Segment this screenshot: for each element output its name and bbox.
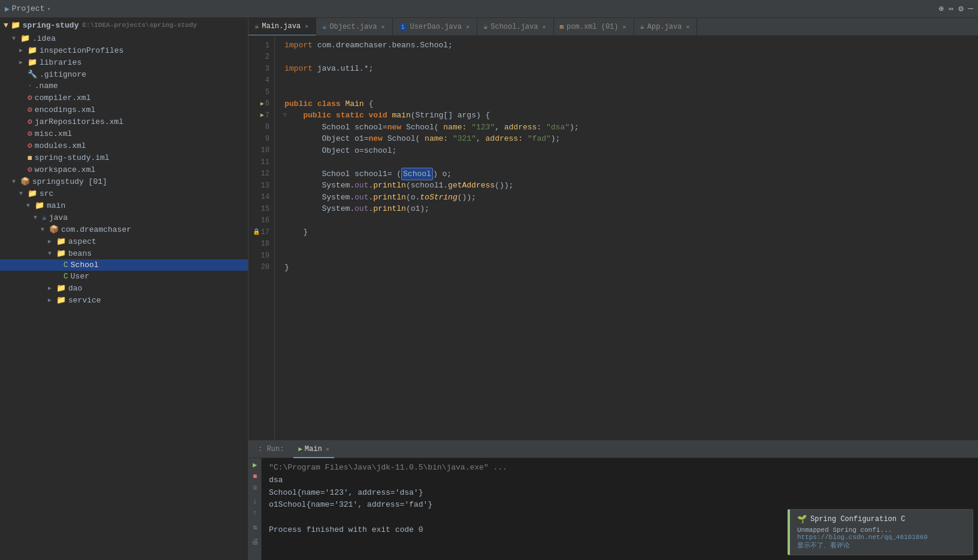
sidebar-item-modules[interactable]: ⚙ modules.xml [0, 140, 248, 152]
sidebar-item-user-class[interactable]: C User [0, 271, 248, 282]
sidebar-item-beans[interactable]: ▼ 📁 beans [0, 247, 248, 259]
sidebar-item-school-class[interactable]: C School [0, 259, 248, 271]
panel-icon-3[interactable]: ≡ [253, 484, 257, 492]
code-line-12: School school1= (School) o; [284, 168, 978, 180]
tab-main-java[interactable]: ☕ Main.java ✕ [249, 18, 316, 36]
split-icon[interactable]: ⇔ [949, 4, 953, 14]
tab-close-object[interactable]: ✕ [380, 23, 386, 31]
tab-label-object: Object.java [329, 23, 377, 31]
code-line-7: ▽ public static void main(String[] args)… [284, 110, 978, 122]
sidebar-item-service[interactable]: ▶ 📁 service [0, 294, 248, 306]
sidebar-item-label: workspace.xml [35, 165, 95, 174]
tab-icon-userdao: i [399, 23, 407, 31]
scroll-end-icon[interactable]: ↓ [253, 498, 257, 506]
bottom-tab-main-label: Main [305, 445, 322, 453]
project-label[interactable]: ▶ Project ▾ [5, 4, 50, 14]
title-bar: ▶ Project ▾ ⊕ ⇔ ⚙ — [0, 0, 978, 18]
code-line-5 [284, 86, 978, 98]
sidebar-item-label: modules.xml [35, 141, 86, 150]
sidebar-item-misc[interactable]: ⚙ misc.xml [0, 128, 248, 140]
sidebar-item-name[interactable]: · .name [0, 80, 248, 92]
spring-notification[interactable]: 🌱 Spring Configuration C Unmapped Spring… [788, 509, 973, 555]
console-line-1: dsa [269, 474, 971, 487]
tab-school-java[interactable]: ☕ School.java ✕ [477, 18, 553, 36]
tab-label-userdao: UserDao.java [410, 23, 462, 31]
sidebar-item-label: spring-study.iml [35, 153, 110, 162]
sidebar-item-src[interactable]: ▼ 📁 src [0, 187, 248, 199]
sidebar-item-java[interactable]: ▼ ☕ java [0, 211, 248, 223]
sidebar-item-com-dreamchaser[interactable]: ▼ 📦 com.dreamchaser [0, 223, 248, 235]
title-icons: ⊕ ⇔ ⚙ — [938, 4, 973, 14]
sidebar-item-label: .name [35, 81, 58, 90]
tab-userdao-java[interactable]: i UserDao.java ✕ [393, 18, 477, 36]
sidebar-item-label: src [40, 189, 53, 198]
sidebar-item-dao[interactable]: ▶ 📁 dao [0, 282, 248, 294]
sidebar-item-workspace[interactable]: ⚙ workspace.xml [0, 164, 248, 175]
settings-icon[interactable]: ⚙ [958, 4, 963, 14]
sidebar-item-label: com.dreamchaser [61, 225, 131, 234]
code-line-9: Object o1=new School( name: "321", addre… [284, 133, 978, 145]
tab-close-school[interactable]: ✕ [541, 23, 547, 31]
code-content[interactable]: import com.dreamchaser.beans.School; imp… [275, 36, 978, 440]
sidebar-item-label: java [49, 213, 68, 222]
sidebar-item-label: compiler.xml [35, 93, 91, 102]
stop-icon[interactable]: ■ [253, 473, 257, 481]
spring-notif-link2[interactable]: 显示不了、看评论 [797, 541, 965, 550]
sidebar-item-gitignore[interactable]: 🔧 .gitignore [0, 68, 248, 80]
run-panel-icons: ▶ ■ ≡ ↓ ↑ ⇅ 🖨 [249, 458, 262, 560]
code-line-20: } [284, 262, 978, 274]
tab-icon-object: ☕ [322, 22, 326, 31]
sidebar-item-aspect[interactable]: ▶ 📁 aspect [0, 235, 248, 247]
rerun-icon[interactable]: ▶ [253, 461, 257, 470]
print-icon[interactable]: 🖨 [252, 537, 259, 546]
bottom-tab-main[interactable]: ▶ Main ✕ [293, 441, 334, 458]
spring-notif-link[interactable]: https://blog.csdn.net/qq_46101869 [797, 534, 965, 541]
code-line-3: import java.util.*; [284, 63, 978, 75]
project-root[interactable]: ▼ 📁 spring-study E:\IDEA-projects\spring… [0, 18, 248, 32]
sidebar-item-label: misc.xml [35, 129, 72, 138]
console-line-cmd: "C:\Program Files\Java\jdk-11.0.5\bin\ja… [269, 462, 971, 474]
console-line-2: School{name='123', address='dsa'} [269, 487, 971, 500]
minimize-icon[interactable]: — [968, 4, 973, 14]
sidebar-item-label: beans [68, 249, 92, 258]
bottom-tab-close-main[interactable]: ✕ [326, 446, 329, 453]
tab-close-userdao[interactable]: ✕ [465, 23, 471, 31]
tab-pom-xml[interactable]: m pom.xml (01) ✕ [554, 18, 634, 36]
sidebar-item-compiler[interactable]: ⚙ compiler.xml [0, 92, 248, 104]
sidebar-item-label: service [68, 296, 101, 305]
sidebar-item-encodings[interactable]: ⚙ encodings.xml [0, 104, 248, 116]
tab-label-app: App.java [647, 23, 682, 31]
tab-icon-pom: m [560, 23, 564, 31]
code-line-1: import com.dreamchaser.beans.School; [284, 40, 978, 52]
scroll-up-icon[interactable]: ↑ [253, 509, 257, 517]
tab-object-java[interactable]: ☕ Object.java ✕ [316, 18, 392, 36]
sidebar-item-main[interactable]: ▼ 📁 main [0, 199, 248, 211]
code-editor[interactable]: 1 2 3 4 5 ▶6 ▶7 8 9 10 1 [249, 36, 978, 440]
sidebar-item-jarrepo[interactable]: ⚙ jarRepositories.xml [0, 116, 248, 128]
tab-label-pom: pom.xml (01) [567, 23, 618, 31]
tab-app-java[interactable]: ☕ App.java ✕ [634, 18, 698, 36]
sidebar-item-idea[interactable]: ▼ 📁 .idea [0, 32, 248, 44]
code-line-10: Object o=school; [284, 145, 978, 157]
bottom-tab-run[interactable]: : Run: [253, 441, 289, 458]
code-line-13: System.out.println(school1.getAddress())… [284, 180, 978, 192]
main-layout: ▼ 📁 spring-study E:\IDEA-projects\spring… [0, 18, 978, 560]
tab-close-app[interactable]: ✕ [685, 23, 691, 31]
sidebar-item-springstudy[interactable]: ▼ 📦 springstudy [01] [0, 175, 248, 187]
tab-close-main[interactable]: ✕ [304, 23, 310, 30]
code-line-8: School school=new School( name: "123", a… [284, 122, 978, 134]
spring-notif-subtitle: Unmapped Spring confi... [797, 526, 965, 534]
sidebar-item-libraries[interactable]: ▶ 📁 libraries [0, 56, 248, 68]
sort-icon[interactable]: ⇅ [253, 523, 257, 532]
code-line-6: public class Main { [284, 98, 978, 110]
tab-icon-app: ☕ [640, 22, 644, 31]
sidebar-item-label: inspectionProfiles [40, 46, 123, 55]
sidebar-item-label: School [71, 261, 99, 270]
sidebar-item-inspection[interactable]: ▶ 📁 inspectionProfiles [0, 44, 248, 56]
sidebar-item-label: .idea [32, 34, 56, 43]
sidebar-item-spring-study-iml[interactable]: ◼ spring-study.iml [0, 152, 248, 164]
sync-icon[interactable]: ⊕ [938, 4, 943, 14]
tab-icon-main: ☕ [255, 22, 259, 31]
tab-close-pom[interactable]: ✕ [622, 23, 628, 31]
code-line-18 [284, 238, 978, 250]
